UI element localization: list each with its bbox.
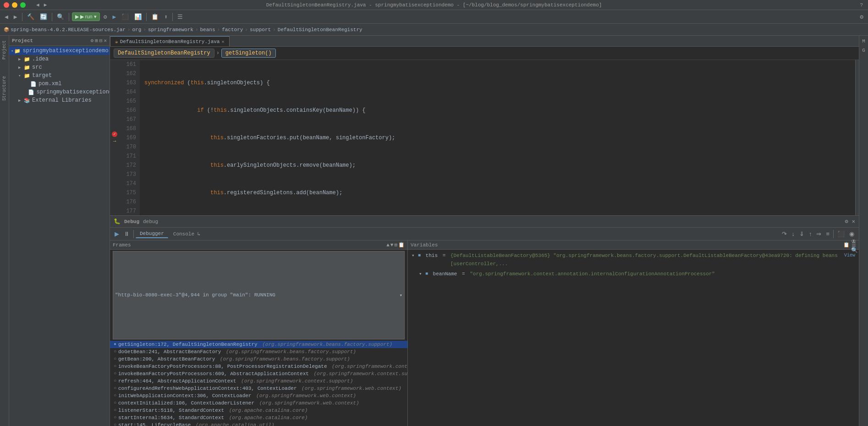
sync-icon[interactable]: 🔄 [38, 12, 49, 22]
var-item-this[interactable]: ▾ ■ this = {DefaultListableBeanFactory@5… [408, 251, 859, 269]
frames-copy-icon[interactable]: 📋 [398, 242, 405, 248]
breadcrumb-springframework[interactable]: springframework [148, 27, 193, 33]
breakpoint-check-171: ✓ [114, 132, 116, 136]
frames-down-icon[interactable]: ▼ [390, 242, 394, 248]
sidebar-header: Project ⚙ ⊞ ⊟ ✕ [9, 36, 110, 46]
maximize-button[interactable] [20, 2, 26, 8]
step-over-btn[interactable]: ↷ [780, 229, 789, 238]
ln-169: 169 [119, 133, 136, 142]
tab-label-defaultsingleton: DefaultSingletonBeanRegistry.java [120, 39, 220, 44]
frame-item-1[interactable]: ○ doGetBean:241, AbstractBeanFactory (or… [110, 348, 407, 355]
sidebar-settings-icon[interactable]: ⚙ [91, 38, 94, 44]
debug-settings-icon[interactable]: ⚙ [845, 218, 848, 225]
evaluate-btn[interactable]: ≡ [824, 229, 831, 238]
stop-icon[interactable]: ⬛ [120, 12, 131, 22]
mute-breakpoints-btn[interactable]: ◉ [847, 229, 856, 238]
editor-method-breadcrumb[interactable]: getSingleton() [221, 49, 276, 58]
tab-defaultsingleton[interactable]: ☕ DefaultSingletonBeanRegistry.java ✕ [110, 36, 230, 46]
update-icon[interactable]: ⬆ [162, 12, 170, 22]
toolbar-sep-4 [146, 13, 147, 21]
structure-icon[interactable]: ☰ [176, 12, 185, 22]
build-icon[interactable]: 🔨 [25, 12, 36, 22]
structure-tab[interactable]: Structure [1, 73, 8, 104]
tab-debugger[interactable]: Debugger [136, 229, 168, 238]
gutter-161 [110, 60, 119, 67]
breadcrumb-support[interactable]: support [250, 27, 271, 33]
run-button[interactable]: ▶ ▶ run ▾ [72, 12, 100, 21]
step-into-btn[interactable]: ↓ [790, 229, 797, 238]
frame-item-0[interactable]: ● getSingleton:172, DefaultSingletonBean… [110, 341, 407, 348]
project-tab[interactable]: Project [1, 38, 8, 62]
frame-item-10[interactable]: ○ startInternal:5634, StandardContext (o… [110, 414, 407, 421]
tree-item-ext-libs[interactable]: ▶ 📚 External Libraries [9, 96, 110, 104]
resume-btn[interactable]: ▶ [113, 229, 121, 238]
tab-console[interactable]: Console ↳ [169, 229, 204, 238]
tab-close-icon[interactable]: ✕ [221, 39, 224, 44]
tree-item-idea[interactable]: ▶ 📁 .idea [9, 55, 110, 63]
sidebar-collapse-icon[interactable]: ⊟ [99, 38, 103, 44]
frame-item-11[interactable]: ○ start:145, LifecycleBase (org.apache.c… [110, 421, 407, 426]
nav-back-icon[interactable]: ◀ [3, 12, 10, 22]
breadcrumb-factory[interactable]: factory [222, 27, 243, 33]
frame-item-9[interactable]: ○ listenerStart:5118, StandardContext (o… [110, 407, 407, 414]
line-numbers: 161 162 163 164 165 166 167 168 169 170 … [119, 60, 140, 215]
frames-filter-icon[interactable]: ⊞ [394, 242, 397, 248]
frame-item-2[interactable]: ○ getBean:200, AbstractBeanFactory (org.… [110, 355, 407, 363]
tree-item-pom[interactable]: ▶ 📄 pom.xml [9, 80, 110, 88]
editor-scrollbar[interactable] [855, 60, 859, 215]
search-icon[interactable]: 🔍 [55, 12, 66, 22]
frame-item-5[interactable]: ○ refresh:464, AbstractApplicationContex… [110, 377, 407, 385]
run-to-cursor-btn[interactable]: ⇒ [814, 229, 823, 238]
breakpoint-icon-171[interactable]: ✓ [112, 131, 117, 137]
gutter-173 [110, 145, 119, 152]
breadcrumb-org[interactable]: org [132, 27, 141, 33]
breadcrumb-sep-3: › [195, 27, 198, 33]
step-out-btn[interactable]: ↑ [807, 229, 814, 238]
forward-icon[interactable]: ▶ [43, 2, 49, 8]
frame-name-10: startInternal:5634, StandardContext [118, 415, 224, 421]
breadcrumb-class[interactable]: DefaultSingletonBeanRegistry [278, 27, 363, 33]
back-icon[interactable]: ◀ [35, 2, 41, 8]
coverage-icon[interactable]: 📊 [132, 12, 143, 22]
debug-content: Frames ▲ ▼ ⊞ 📋 "http-bio-8080-exec-3"@4,… [110, 240, 859, 426]
breadcrumb-jar[interactable]: 📦 spring-beans-4.0.2.RELEASE-sources.jar [4, 27, 126, 33]
nav-forward-icon[interactable]: ▶ [12, 12, 19, 22]
frame-item-3[interactable]: ○ invokeBeanFactoryPostProcessors:88, Po… [110, 363, 407, 370]
var-inspect-icon[interactable]: 🔍 [851, 247, 858, 254]
var-item-beanname[interactable]: ▾ ■ beanName = "org.springframework.cont… [408, 269, 859, 279]
pause-btn[interactable]: ⏸ [122, 229, 132, 238]
gutter-168 [110, 109, 119, 116]
help-icon[interactable]: ? [858, 2, 864, 8]
right-maven-icon[interactable]: M [861, 38, 866, 45]
frame-item-4[interactable]: ○ invokeBeanFactoryPostProcessors:609, A… [110, 370, 407, 377]
breadcrumb-beans[interactable]: beans [200, 27, 215, 33]
tree-item-root[interactable]: ▾ 📁 springmybatisexceptiondemo ~/blog/bl… [9, 47, 110, 55]
force-step-into-btn[interactable]: ⇓ [797, 229, 806, 238]
frame-item-7[interactable]: ○ initWebApplicationContext:306, Context… [110, 392, 407, 399]
vcs-icon[interactable]: 📋 [149, 12, 160, 22]
minimize-button[interactable] [12, 2, 17, 8]
frame-item-8[interactable]: ○ contextInitialized:106, ContextLoaderL… [110, 399, 407, 407]
frames-list: ● getSingleton:172, DefaultSingletonBean… [110, 341, 407, 426]
sidebar-expand-icon[interactable]: ⊞ [95, 38, 98, 44]
sidebar-close-icon[interactable]: ✕ [104, 38, 107, 44]
toggle-breakpoint-btn[interactable]: ⬛ [835, 229, 846, 238]
breadcrumbs: 📦 spring-beans-4.0.2.RELEASE-sources.jar… [0, 24, 868, 36]
debug-run-icon[interactable]: ▶ [111, 12, 118, 22]
var-watch-icon[interactable]: 👁 [851, 240, 858, 245]
right-gradle-icon[interactable]: G [861, 47, 866, 54]
editor-class-breadcrumb[interactable]: DefaultSingletonBeanRegistry [114, 49, 214, 58]
debug-sep-2 [833, 230, 834, 238]
frames-up-icon[interactable]: ▲ [386, 242, 390, 248]
var-eq-this: = [439, 251, 449, 260]
debug-close-icon[interactable]: ✕ [852, 218, 855, 225]
thread-selector[interactable]: "http-bio-8080-exec-3"@4,944 in group "m… [113, 251, 405, 339]
var-copy-icon[interactable]: 📋 [843, 242, 850, 248]
tree-item-iml[interactable]: ▶ 📄 springmybatisexceptiondemo.iml [9, 88, 110, 96]
run-config-icon[interactable]: ⚙ [102, 12, 109, 22]
tree-item-target[interactable]: ▾ 📁 target [9, 71, 110, 80]
settings-icon[interactable]: ⚙ [858, 12, 865, 22]
tree-item-src[interactable]: ▶ 📁 src [9, 63, 110, 71]
close-button[interactable] [4, 2, 9, 8]
frame-item-6[interactable]: ○ configureAndRefreshWebApplicationConte… [110, 385, 407, 392]
